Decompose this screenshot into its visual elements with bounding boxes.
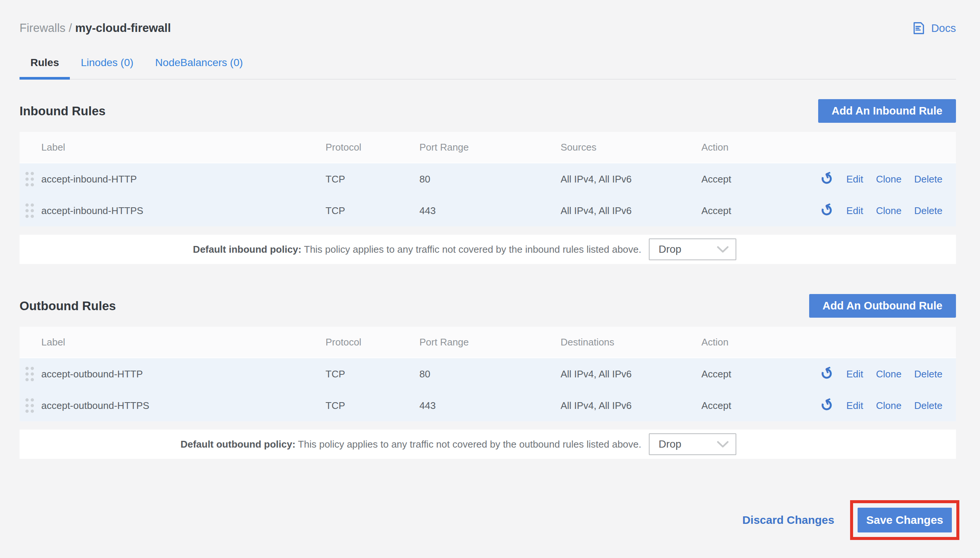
default-outbound-policy-row: Default outbound policy: This policy app…: [20, 430, 956, 459]
rule-action: Accept: [701, 368, 795, 380]
rule-protocol: TCP: [326, 368, 420, 380]
clone-rule-link[interactable]: Clone: [876, 368, 901, 380]
rule-action: Accept: [701, 400, 795, 412]
outbound-policy-select[interactable]: Drop: [649, 433, 736, 455]
column-header-sources: Sources: [560, 141, 701, 153]
rule-protocol: TCP: [326, 205, 420, 217]
policy-label: Default outbound policy:: [180, 438, 295, 450]
drag-handle-icon[interactable]: [24, 365, 35, 382]
topbar: Firewalls / my-cloud-firewall Docs: [20, 0, 956, 36]
tab-bar: Rules Linodes (0) NodeBalancers (0): [20, 56, 956, 80]
delete-rule-link[interactable]: Delete: [914, 174, 942, 185]
delete-rule-link[interactable]: Delete: [914, 205, 942, 217]
edit-rule-link[interactable]: Edit: [846, 205, 863, 217]
edit-rule-link[interactable]: Edit: [846, 400, 863, 412]
clone-rule-link[interactable]: Clone: [876, 205, 901, 217]
rule-sources: All IPv4, All IPv6: [560, 174, 701, 185]
table-row-accept-outbound-http: accept-outbound-HTTP TCP 80 All IPv4, Al…: [20, 358, 956, 390]
inbound-title: Inbound Rules: [20, 104, 105, 118]
chevron-down-icon: [717, 441, 729, 448]
rule-label: accept-inbound-HTTPS: [41, 205, 143, 217]
tab-nodebalancers[interactable]: NodeBalancers (0): [144, 56, 254, 79]
outbound-rules-table: Label Protocol Port Range Destinations A…: [20, 327, 956, 459]
rule-port-range: 80: [420, 368, 560, 380]
undo-rule-icon[interactable]: ↺: [820, 398, 834, 414]
column-header-action: Action: [701, 141, 795, 153]
undo-rule-icon[interactable]: ↺: [820, 171, 834, 187]
rule-destinations: All IPv4, All IPv6: [560, 368, 701, 380]
footer-actions: Discard Changes Save Changes: [20, 500, 959, 540]
policy-label: Default inbound policy:: [193, 244, 302, 255]
policy-description: This policy applies to any traffic not c…: [304, 244, 642, 255]
rule-sources: All IPv4, All IPv6: [560, 205, 701, 217]
column-header-label: Label: [20, 141, 326, 153]
delete-rule-link[interactable]: Delete: [914, 400, 942, 412]
breadcrumb-current-firewall: my-cloud-firewall: [75, 21, 171, 34]
undo-rule-icon[interactable]: ↺: [820, 366, 834, 382]
discard-changes-link[interactable]: Discard Changes: [742, 514, 834, 527]
inbound-rules-table: Label Protocol Port Range Sources Action: [20, 132, 956, 264]
rule-protocol: TCP: [326, 400, 420, 412]
drag-handle-icon[interactable]: [24, 397, 35, 414]
rule-destinations: All IPv4, All IPv6: [560, 400, 701, 412]
outbound-table-body: accept-outbound-HTTP TCP 80 All IPv4, Al…: [20, 358, 956, 421]
column-header-label: Label: [20, 336, 326, 348]
rule-port-range: 443: [420, 205, 560, 217]
default-inbound-policy-text: Default inbound policy: This policy appl…: [20, 244, 641, 255]
breadcrumb-firewalls[interactable]: Firewalls /: [20, 21, 72, 34]
tab-rules[interactable]: Rules: [20, 56, 70, 79]
rule-action: Accept: [701, 205, 795, 217]
outbound-policy-selected-value: Drop: [659, 438, 682, 450]
chevron-down-icon: [717, 246, 729, 253]
table-row-accept-inbound-https: accept-inbound-HTTPS TCP 443 All IPv4, A…: [20, 195, 956, 226]
firewall-detail-page: Firewalls / my-cloud-firewall Docs Rules…: [0, 0, 980, 558]
table-row-accept-inbound-http: accept-inbound-HTTP TCP 80 All IPv4, All…: [20, 163, 956, 195]
edit-rule-link[interactable]: Edit: [846, 368, 863, 380]
inbound-section-header: Inbound Rules Add An Inbound Rule: [20, 99, 956, 123]
inbound-policy-selected-value: Drop: [659, 243, 682, 255]
rule-action: Accept: [701, 174, 795, 185]
docs-link[interactable]: Docs: [911, 21, 956, 36]
rule-label: accept-inbound-HTTP: [41, 174, 137, 185]
add-inbound-rule-button[interactable]: Add An Inbound Rule: [818, 99, 956, 123]
outbound-section-header: Outbound Rules Add An Outbound Rule: [20, 294, 956, 318]
drag-handle-icon[interactable]: [24, 171, 35, 188]
rule-port-range: 80: [420, 174, 560, 185]
clone-rule-link[interactable]: Clone: [876, 400, 901, 412]
rule-label: accept-outbound-HTTP: [41, 368, 143, 380]
column-header-protocol: Protocol: [326, 141, 420, 153]
edit-rule-link[interactable]: Edit: [846, 174, 863, 185]
outbound-table-header: Label Protocol Port Range Destinations A…: [20, 327, 956, 358]
delete-rule-link[interactable]: Delete: [914, 368, 942, 380]
docs-icon: [911, 21, 926, 36]
inbound-policy-select[interactable]: Drop: [649, 238, 736, 260]
column-header-port-range: Port Range: [420, 336, 560, 348]
rule-protocol: TCP: [326, 174, 420, 185]
outbound-title: Outbound Rules: [20, 299, 116, 313]
column-header-action: Action: [701, 336, 795, 348]
add-outbound-rule-button[interactable]: Add An Outbound Rule: [809, 294, 956, 318]
default-inbound-policy-row: Default inbound policy: This policy appl…: [20, 235, 956, 264]
undo-rule-icon[interactable]: ↺: [820, 203, 834, 218]
policy-description: This policy applies to any traffic not c…: [298, 438, 641, 450]
tab-linodes[interactable]: Linodes (0): [70, 56, 144, 79]
column-header-port-range: Port Range: [420, 141, 560, 153]
rule-label: accept-outbound-HTTPS: [41, 400, 149, 412]
column-header-protocol: Protocol: [326, 336, 420, 348]
default-outbound-policy-text: Default outbound policy: This policy app…: [20, 438, 641, 450]
breadcrumb: Firewalls / my-cloud-firewall: [20, 21, 171, 35]
column-header-destinations: Destinations: [560, 336, 701, 348]
inbound-table-header: Label Protocol Port Range Sources Action: [20, 132, 956, 163]
drag-handle-icon[interactable]: [24, 202, 35, 219]
docs-label: Docs: [931, 22, 956, 34]
table-row-accept-outbound-https: accept-outbound-HTTPS TCP 443 All IPv4, …: [20, 390, 956, 421]
clone-rule-link[interactable]: Clone: [876, 174, 901, 185]
save-changes-button[interactable]: Save Changes: [857, 508, 952, 532]
inbound-table-body: accept-inbound-HTTP TCP 80 All IPv4, All…: [20, 163, 956, 226]
annotation-highlight: Save Changes: [850, 500, 959, 540]
rule-port-range: 443: [420, 400, 560, 412]
